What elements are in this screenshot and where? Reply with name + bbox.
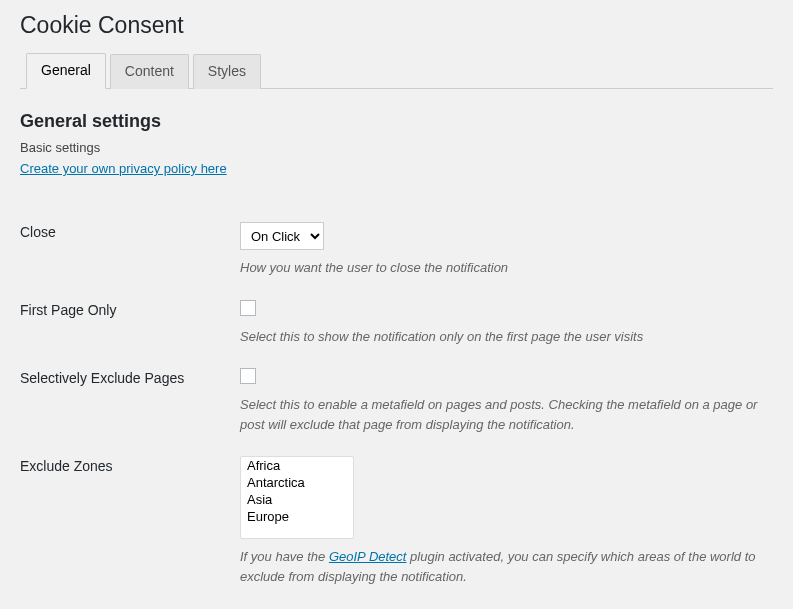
close-select[interactable]: On Click	[240, 222, 324, 250]
section-subtitle: Basic settings	[20, 140, 773, 155]
label-first-page: First Page Only	[20, 300, 240, 318]
label-close: Close	[20, 222, 240, 240]
exclude-zones-desc: If you have the GeoIP Detect plugin acti…	[240, 547, 773, 586]
section-title: General settings	[20, 111, 773, 132]
exclude-pages-checkbox[interactable]	[240, 368, 256, 384]
first-page-checkbox[interactable]	[240, 300, 256, 316]
page-title: Cookie Consent	[20, 12, 773, 39]
row-exclude-pages: Selectively Exclude Pages Select this to…	[20, 346, 773, 434]
first-page-desc: Select this to show the notification onl…	[240, 327, 773, 347]
privacy-policy-link[interactable]: Create your own privacy policy here	[20, 161, 227, 176]
nav-tabs: General Content Styles	[20, 53, 773, 89]
form-table: Close On Click How you want the user to …	[20, 194, 773, 586]
tab-styles[interactable]: Styles	[193, 54, 261, 89]
geoip-detect-link[interactable]: GeoIP Detect	[329, 549, 407, 564]
tab-general[interactable]: General	[26, 53, 106, 89]
row-exclude-zones: Exclude Zones Africa Antarctica Asia Eur…	[20, 434, 773, 586]
row-close: Close On Click How you want the user to …	[20, 194, 773, 278]
exclude-pages-desc: Select this to enable a metafield on pag…	[240, 395, 773, 434]
label-exclude-zones: Exclude Zones	[20, 456, 240, 474]
close-desc: How you want the user to close the notif…	[240, 258, 773, 278]
exclude-zones-select[interactable]: Africa Antarctica Asia Europe	[240, 456, 354, 539]
label-exclude-pages: Selectively Exclude Pages	[20, 368, 240, 386]
row-first-page: First Page Only Select this to show the …	[20, 278, 773, 347]
tab-content[interactable]: Content	[110, 54, 189, 89]
